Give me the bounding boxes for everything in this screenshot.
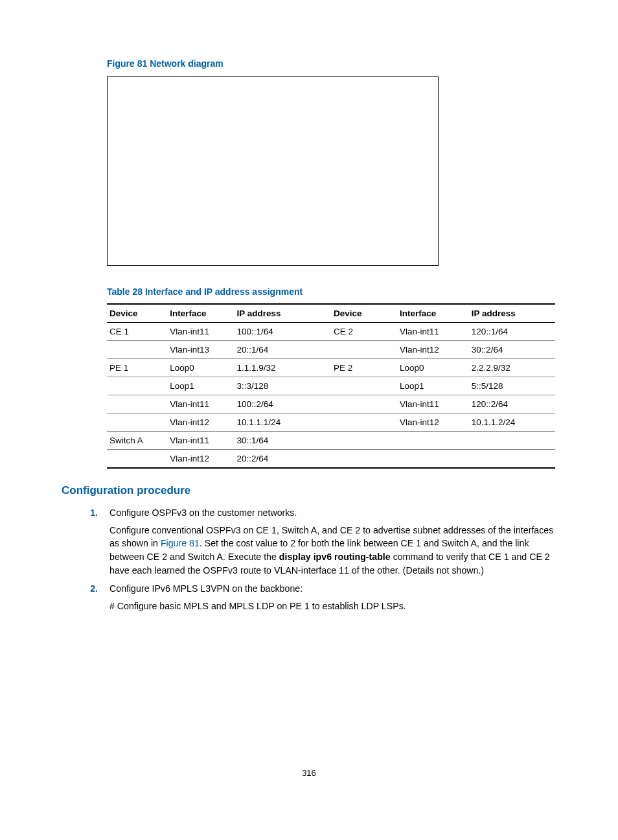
- step-2-title: Configure IPv6 MPLS L3VPN on the backbon…: [109, 583, 303, 594]
- table-row: PE 1 Loop0 1.1.1.9/32 PE 2 Loop0 2.2.2.9…: [107, 359, 555, 377]
- table-row: CE 1 Vlan-int11 100::1/64 CE 2 Vlan-int1…: [107, 323, 555, 341]
- cell: Vlan-int11: [167, 323, 234, 341]
- cell: Vlan-int11: [167, 432, 234, 450]
- command-text: display ipv6 routing-table: [279, 552, 391, 562]
- cell: Vlan-int11: [397, 395, 469, 414]
- cell: Vlan-int12: [397, 414, 469, 432]
- cell: [107, 450, 167, 469]
- page-number: 316: [62, 768, 556, 778]
- cell: [107, 395, 167, 414]
- cell: [331, 341, 397, 359]
- cell: CE 2: [331, 323, 397, 341]
- cell: 100::1/64: [235, 323, 331, 341]
- cell: Vlan-int12: [397, 341, 469, 359]
- cell: Loop0: [167, 359, 234, 377]
- cell: Vlan-int12: [167, 414, 234, 432]
- cell: Loop1: [397, 377, 469, 395]
- th-ip-2: IP address: [469, 304, 555, 323]
- cell: CE 1: [107, 323, 167, 341]
- th-ip-1: IP address: [235, 304, 331, 323]
- network-diagram-placeholder: [107, 76, 439, 266]
- cell: PE 1: [107, 359, 167, 377]
- cell: [331, 432, 397, 450]
- figure-link[interactable]: Figure 81: [161, 538, 200, 548]
- table-row: Vlan-int11 100::2/64 Vlan-int11 120::2/6…: [107, 395, 555, 414]
- table-row: Switch A Vlan-int11 30::1/64: [107, 432, 555, 450]
- cell: 10.1.1.1/24: [235, 414, 331, 432]
- cell: 100::2/64: [235, 395, 331, 414]
- table-caption: Table 28 Interface and IP address assign…: [107, 286, 556, 297]
- cell: 30::1/64: [235, 432, 331, 450]
- step-2-line: # Configure basic MPLS and MPLS LDP on P…: [109, 600, 556, 613]
- cell: 5::5/128: [469, 377, 555, 395]
- cell: 20::2/64: [235, 450, 331, 469]
- cell: PE 2: [331, 359, 397, 377]
- cell: Vlan-int12: [167, 450, 234, 469]
- table-row: Vlan-int12 20::2/64: [107, 450, 555, 469]
- cell: 120::2/64: [469, 395, 555, 414]
- section-heading: Configuration procedure: [62, 484, 556, 497]
- cell: Vlan-int11: [167, 395, 234, 414]
- step-1: Configure OSPFv3 on the customer network…: [100, 506, 556, 577]
- table-row: Vlan-int12 10.1.1.1/24 Vlan-int12 10.1.1…: [107, 414, 555, 432]
- step-1-title: Configure OSPFv3 on the customer network…: [109, 508, 297, 518]
- cell: 20::1/64: [235, 341, 331, 359]
- table-row: Loop1 3::3/128 Loop1 5::5/128: [107, 377, 555, 395]
- table-header-row: Device Interface IP address Device Inter…: [107, 304, 555, 323]
- cell: [331, 395, 397, 414]
- cell: Loop1: [167, 377, 234, 395]
- cell: [397, 432, 469, 450]
- cell: 3::3/128: [235, 377, 331, 395]
- cell: Switch A: [107, 432, 167, 450]
- cell: 30::2/64: [469, 341, 555, 359]
- cell: 2.2.2.9/32: [469, 359, 555, 377]
- cell: [397, 450, 469, 469]
- cell: [331, 450, 397, 469]
- cell: [331, 377, 397, 395]
- cell: 120::1/64: [469, 323, 555, 341]
- th-device-1: Device: [107, 304, 167, 323]
- th-interface-1: Interface: [167, 304, 234, 323]
- cell: [107, 377, 167, 395]
- cell: [107, 341, 167, 359]
- procedure-list: Configure OSPFv3 on the customer network…: [82, 506, 556, 612]
- cell: Vlan-int13: [167, 341, 234, 359]
- cell: Vlan-int11: [397, 323, 469, 341]
- cell: Loop0: [397, 359, 469, 377]
- cell: [469, 432, 555, 450]
- cell: [331, 414, 397, 432]
- step-1-paragraph: Configure conventional OSPFv3 on CE 1, S…: [109, 524, 556, 577]
- cell: [107, 414, 167, 432]
- step-2: Configure IPv6 MPLS L3VPN on the backbon…: [100, 582, 556, 612]
- th-interface-2: Interface: [397, 304, 469, 323]
- figure-caption: Figure 81 Network diagram: [107, 58, 556, 69]
- cell: 10.1.1.2/24: [469, 414, 555, 432]
- cell: [469, 450, 555, 469]
- th-device-2: Device: [331, 304, 397, 323]
- interface-ip-table: Device Interface IP address Device Inter…: [107, 303, 555, 469]
- table-row: Vlan-int13 20::1/64 Vlan-int12 30::2/64: [107, 341, 555, 359]
- cell: 1.1.1.9/32: [235, 359, 331, 377]
